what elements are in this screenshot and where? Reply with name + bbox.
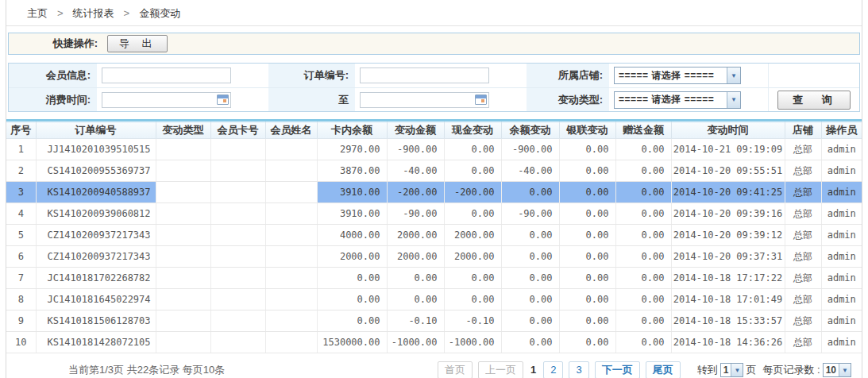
breadcrumb-separator: > bbox=[124, 7, 130, 19]
breadcrumb-current: 金额变动 bbox=[139, 7, 180, 19]
table-cell: 0.00 bbox=[559, 289, 615, 310]
table-cell bbox=[210, 160, 265, 182]
table-cell: -40.00 bbox=[501, 160, 559, 182]
store-label: 所属店铺: bbox=[527, 64, 610, 87]
table-header-row: 序号订单编号变动类型会员卡号会员姓名卡内余额变动金额现金变动余额变动银联变动赠送… bbox=[6, 121, 862, 139]
to-label: 至 bbox=[268, 88, 356, 111]
table-cell bbox=[265, 203, 317, 225]
table-cell: 6 bbox=[6, 246, 36, 268]
table-cell: 总部 bbox=[785, 268, 821, 289]
consume-time-start-input[interactable] bbox=[102, 92, 231, 108]
column-header: 变动类型 bbox=[156, 121, 210, 139]
order-no-label: 订单编号: bbox=[268, 64, 356, 87]
table-cell bbox=[265, 225, 317, 246]
breadcrumb-home[interactable]: 主页 bbox=[27, 7, 48, 19]
table-row[interactable]: 6CZ14102009372173432000.002000.002000.00… bbox=[6, 246, 862, 268]
calendar-icon[interactable] bbox=[217, 94, 229, 105]
table-cell: 2000.00 bbox=[444, 246, 501, 268]
column-header: 会员姓名 bbox=[265, 121, 317, 139]
breadcrumb: 主页>统计报表>金额变动 bbox=[6, 0, 862, 26]
last-page-button[interactable]: 尾页 bbox=[646, 361, 681, 378]
search-form: 会员信息: 订单编号: 所属店铺: ===== 请选择 ===== ▼ 消费时间… bbox=[8, 63, 860, 112]
table-row[interactable]: 10KS14101814280721051530000.00-1000.00-1… bbox=[6, 332, 862, 353]
table-cell: JC1410181645022974 bbox=[36, 289, 156, 310]
table-cell: 7 bbox=[6, 268, 36, 289]
goto-suffix: 页 bbox=[746, 363, 756, 377]
quick-operations-label: 快捷操作: bbox=[9, 37, 98, 51]
table-cell: 0.00 bbox=[501, 332, 559, 353]
table-cell: CS1410200955369737 bbox=[36, 160, 156, 182]
table-cell: 2014-10-20 09:37:31 bbox=[671, 246, 785, 268]
chevron-down-icon[interactable]: ▼ bbox=[731, 364, 743, 376]
store-select[interactable]: ===== 请选择 ===== ▼ bbox=[614, 67, 741, 84]
chevron-down-icon[interactable]: ▼ bbox=[727, 68, 740, 83]
table-row[interactable]: 3KS14102009405889373910.00-200.00-200.00… bbox=[6, 182, 862, 203]
table-row[interactable]: 4KS14102009390608123910.00-90.000.00-90.… bbox=[6, 203, 862, 225]
table-row[interactable]: 5CZ14102009372173434000.002000.002000.00… bbox=[6, 225, 862, 246]
table-cell: 0.00 bbox=[444, 139, 501, 160]
column-header: 变动时间 bbox=[671, 121, 785, 139]
goto-page-select[interactable]: 1 ▼ bbox=[720, 363, 744, 377]
table-cell: 总部 bbox=[785, 160, 821, 182]
table-cell: 2970.00 bbox=[317, 139, 387, 160]
table-cell bbox=[156, 203, 210, 225]
table-cell bbox=[210, 203, 265, 225]
table-cell: 2014-10-18 17:01:49 bbox=[671, 289, 785, 310]
table-cell: -200.00 bbox=[444, 182, 501, 203]
table-row[interactable]: 7JC14101817022687820.000.000.000.000.000… bbox=[6, 268, 862, 289]
table-cell: -1000.00 bbox=[387, 332, 444, 353]
table-cell: admin bbox=[821, 310, 862, 332]
next-page-button[interactable]: 下一页 bbox=[595, 361, 640, 378]
table-cell: KS1410181428072105 bbox=[36, 332, 156, 353]
table-cell: CZ1410200937217343 bbox=[36, 246, 156, 268]
current-page-number: 1 bbox=[530, 364, 536, 376]
table-row[interactable]: 2CS14102009553697373870.00-40.000.00-40.… bbox=[6, 160, 862, 182]
table-cell: 0.00 bbox=[501, 268, 559, 289]
first-page-button[interactable]: 首页 bbox=[438, 361, 473, 378]
table-cell bbox=[156, 225, 210, 246]
table-row[interactable]: 1JJ14102010395105152970.00-900.000.00-90… bbox=[6, 139, 862, 160]
table-cell: 0.00 bbox=[444, 268, 501, 289]
table-cell bbox=[210, 139, 265, 160]
table-cell: -900.00 bbox=[501, 139, 559, 160]
table-cell: 2014-10-20 09:55:51 bbox=[671, 160, 785, 182]
breadcrumb-reports[interactable]: 统计报表 bbox=[73, 7, 114, 19]
table-cell: 2014-10-18 14:36:26 bbox=[671, 332, 785, 353]
table-cell: -90.00 bbox=[501, 203, 559, 225]
table-cell: 3910.00 bbox=[317, 203, 387, 225]
table-row[interactable]: 9KS14101815061287030.00-0.10-0.100.000.0… bbox=[6, 310, 862, 332]
table-cell: 0.00 bbox=[559, 160, 615, 182]
table-row[interactable]: 8JC14101816450229740.000.000.000.000.000… bbox=[6, 289, 862, 310]
calendar-icon[interactable] bbox=[475, 94, 487, 105]
consume-time-end-input[interactable] bbox=[360, 92, 489, 108]
order-no-input[interactable] bbox=[360, 68, 489, 83]
table-cell: 0.00 bbox=[615, 139, 671, 160]
table-cell bbox=[210, 268, 265, 289]
column-header: 现金变动 bbox=[444, 121, 501, 139]
per-page-select[interactable]: 10 ▼ bbox=[823, 363, 851, 377]
member-info-input[interactable] bbox=[102, 68, 231, 83]
table-cell: 2000.00 bbox=[387, 246, 444, 268]
page-number-button[interactable]: 3 bbox=[569, 361, 588, 378]
quick-operations-bar: 快捷操作: 导 出 bbox=[8, 33, 860, 55]
query-button[interactable]: 查 询 bbox=[777, 91, 851, 110]
column-header: 赠送金额 bbox=[615, 121, 671, 139]
table-cell: 0.00 bbox=[615, 160, 671, 182]
table-cell bbox=[156, 182, 210, 203]
table-cell: admin bbox=[821, 139, 862, 160]
prev-page-button[interactable]: 上一页 bbox=[478, 361, 523, 378]
page-number-list: 123 bbox=[529, 361, 595, 378]
table-cell bbox=[210, 289, 265, 310]
chevron-down-icon[interactable]: ▼ bbox=[727, 92, 740, 108]
table-cell bbox=[265, 160, 317, 182]
column-header: 余额变动 bbox=[501, 121, 559, 139]
chevron-down-icon[interactable]: ▼ bbox=[839, 364, 851, 376]
table-cell: JJ1410201039510515 bbox=[36, 139, 156, 160]
table-cell: 总部 bbox=[785, 289, 821, 310]
table-cell bbox=[210, 182, 265, 203]
table-cell: KS1410181506128703 bbox=[36, 310, 156, 332]
change-type-select[interactable]: ===== 请选择 ===== ▼ bbox=[614, 91, 741, 109]
table-cell: 9 bbox=[6, 310, 36, 332]
export-button[interactable]: 导 出 bbox=[107, 35, 168, 52]
page-number-button[interactable]: 2 bbox=[543, 361, 563, 378]
